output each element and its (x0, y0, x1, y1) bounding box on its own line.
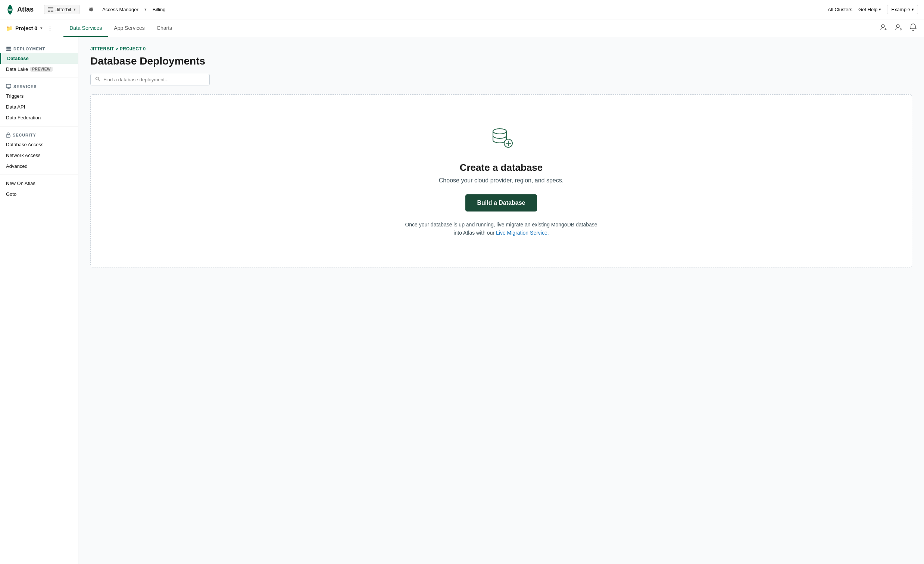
svg-point-15 (96, 77, 99, 80)
access-manager-link[interactable]: Access Manager (102, 7, 138, 12)
sidebar-item-data-lake[interactable]: Data Lake PREVIEW (0, 64, 78, 75)
sidebar-item-database[interactable]: Database (0, 53, 78, 64)
svg-rect-2 (48, 9, 53, 9)
sidebar-item-advanced[interactable]: Advanced (0, 161, 78, 172)
main-content: JITTERBIT > PROJECT 0 Database Deploymen… (78, 37, 924, 564)
svg-rect-4 (51, 10, 53, 10)
org-selector[interactable]: Jitterbit ▾ (44, 5, 80, 14)
folder-icon: 📁 (6, 25, 12, 31)
sidebar-section-deployment: DEPLOYMENT (0, 43, 78, 53)
all-clusters-button[interactable]: All Clusters (828, 7, 852, 12)
live-migration-link[interactable]: Live Migration Service. (496, 230, 549, 236)
sidebar-item-database-access[interactable]: Database Access (0, 139, 78, 150)
tab-data-services[interactable]: Data Services (63, 20, 108, 37)
sidebar-item-data-api[interactable]: Data API (0, 102, 78, 112)
sidebar-section-services: SERVICES (0, 81, 78, 91)
example-button[interactable]: Example ▾ (887, 5, 918, 14)
sub-nav-tabs: Data Services App Services Charts (63, 20, 178, 37)
svg-point-0 (8, 9, 12, 11)
bell-icon (910, 24, 916, 31)
svg-rect-9 (6, 46, 11, 48)
layers-icon (6, 46, 11, 51)
svg-line-16 (99, 80, 100, 81)
svg-rect-11 (6, 50, 11, 51)
invite-button[interactable] (893, 22, 904, 34)
empty-state-card: Create a database Choose your cloud prov… (90, 94, 912, 268)
svg-point-8 (896, 25, 899, 28)
svg-rect-1 (48, 7, 53, 8)
atlas-logo-icon (6, 4, 14, 15)
access-manager-chevron-icon: ▾ (144, 7, 147, 12)
svg-rect-3 (48, 10, 50, 10)
svg-rect-12 (6, 84, 11, 88)
get-help-button[interactable]: Get Help ▾ (858, 7, 881, 12)
lock-icon (6, 132, 10, 138)
org-chevron-icon: ▾ (74, 7, 76, 12)
database-create-icon (488, 124, 514, 151)
gear-icon (88, 7, 94, 13)
search-input[interactable] (104, 77, 205, 82)
monitor-icon (6, 84, 11, 89)
invite-icon (895, 24, 902, 31)
project-dropdown-chevron-icon[interactable]: ▾ (40, 26, 42, 31)
migrate-text: Once your database is up and running, li… (404, 220, 598, 237)
notifications-button[interactable] (908, 22, 918, 34)
sub-nav-left: 📁 Project 0 Data Services ▾ ⋮ (6, 23, 54, 33)
project-name: Project 0 (15, 25, 38, 31)
svg-point-14 (8, 136, 9, 136)
logo-area: Atlas (6, 4, 34, 15)
sidebar: DEPLOYMENT Database Data Lake PREVIEW SE… (0, 37, 78, 564)
svg-rect-10 (6, 48, 11, 49)
search-icon (95, 76, 100, 83)
build-database-button[interactable]: Build a Database (465, 194, 537, 211)
tab-charts[interactable]: Charts (151, 20, 178, 37)
sidebar-item-network-access[interactable]: Network Access (0, 150, 78, 161)
get-help-chevron-icon: ▾ (879, 7, 881, 12)
project-more-options-button[interactable]: ⋮ (45, 23, 54, 33)
sidebar-divider-1 (0, 78, 78, 78)
sub-nav: 📁 Project 0 Data Services ▾ ⋮ Data Servi… (0, 19, 924, 37)
sidebar-item-new-on-atlas[interactable]: New On Atlas (0, 178, 78, 189)
svg-rect-5 (48, 11, 50, 12)
database-icon-wrapper (488, 124, 514, 153)
sidebar-item-triggers[interactable]: Triggers (0, 91, 78, 102)
breadcrumb: JITTERBIT > PROJECT 0 (90, 46, 912, 51)
tab-app-services[interactable]: App Services (108, 20, 150, 37)
create-database-title: Create a database (460, 162, 543, 174)
add-user-button[interactable] (879, 22, 889, 34)
settings-button[interactable] (86, 4, 96, 15)
top-nav: Atlas Jitterbit ▾ Access Manager ▾ Billi… (0, 0, 924, 19)
svg-point-7 (882, 25, 885, 28)
svg-point-17 (493, 129, 506, 134)
sidebar-item-goto[interactable]: Goto (0, 189, 78, 200)
add-user-icon (880, 24, 887, 31)
main-layout: DEPLOYMENT Database Data Lake PREVIEW SE… (0, 37, 924, 564)
sub-nav-right (879, 22, 918, 34)
sidebar-divider-3 (0, 175, 78, 175)
billing-link[interactable]: Billing (153, 7, 166, 12)
preview-badge: PREVIEW (30, 67, 52, 72)
example-chevron-icon: ▾ (912, 7, 914, 12)
page-title: Database Deployments (90, 55, 912, 67)
svg-rect-6 (51, 11, 53, 12)
sidebar-section-security: SECURITY (0, 129, 78, 139)
search-box (90, 74, 210, 85)
sidebar-divider-2 (0, 126, 78, 126)
create-database-subtitle: Choose your cloud provider, region, and … (439, 177, 564, 184)
sidebar-item-data-federation[interactable]: Data Federation (0, 112, 78, 123)
org-name: Jitterbit (56, 7, 71, 12)
top-nav-right: All Clusters Get Help ▾ Example ▾ (828, 5, 918, 14)
table-icon (48, 7, 53, 12)
logo-text: Atlas (17, 6, 34, 13)
